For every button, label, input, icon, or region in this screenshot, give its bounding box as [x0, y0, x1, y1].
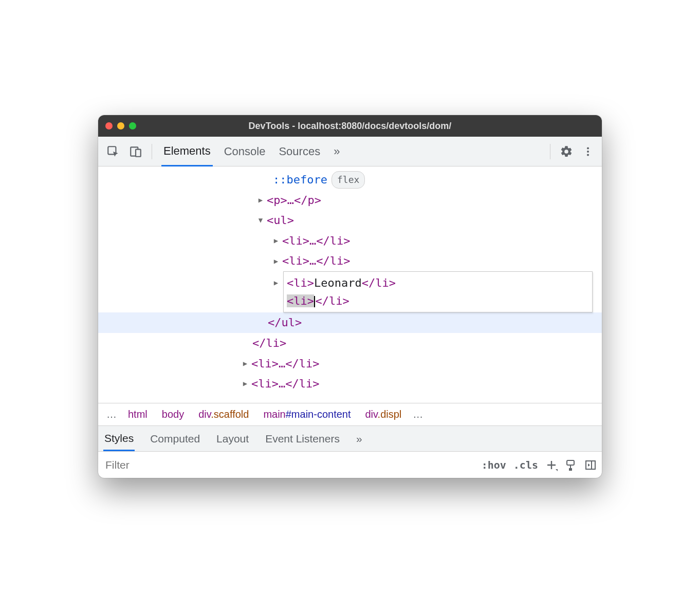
tab-sources[interactable]: Sources	[277, 138, 322, 165]
cls-toggle-button[interactable]: .cls	[513, 459, 538, 471]
zoom-window-button[interactable]	[129, 122, 136, 129]
dom-node-li[interactable]: ▶ <li>…</li>	[98, 251, 602, 271]
disclosure-triangle-icon[interactable]: ▶	[272, 255, 280, 268]
dom-node-pseudo-before[interactable]: ::before flex	[98, 170, 602, 190]
window-title: DevTools - localhost:8080/docs/devtools/…	[98, 121, 602, 132]
dom-node-li-close[interactable]: </li>	[98, 333, 602, 354]
tabs-overflow-button[interactable]: »	[331, 138, 342, 165]
dom-node-li-editing[interactable]: ▶ <li>Leonard</li> <li></li>	[98, 271, 602, 312]
main-toolbar: Elements Console Sources »	[98, 137, 602, 166]
new-style-rule-icon[interactable]	[545, 459, 558, 471]
tab-console[interactable]: Console	[222, 138, 268, 165]
svg-marker-8	[556, 469, 558, 471]
html-edit-box[interactable]: <li>Leonard</li> <li></li>	[283, 271, 593, 312]
toggle-computed-sidebar-icon[interactable]	[584, 459, 597, 471]
styles-panel-tabs: Styles Computed Layout Event Listeners »	[98, 425, 602, 451]
toolbar-divider	[550, 144, 550, 159]
disclosure-triangle-icon[interactable]: ▶	[256, 194, 265, 207]
inspect-element-icon[interactable]	[106, 145, 120, 158]
svg-rect-10	[569, 469, 572, 470]
breadcrumb-overflow-right[interactable]: …	[409, 409, 427, 420]
close-window-button[interactable]	[105, 122, 113, 129]
kebab-menu-icon[interactable]	[582, 145, 594, 158]
titlebar: DevTools - localhost:8080/docs/devtools/…	[98, 115, 602, 137]
styles-filter-row: :hov .cls	[98, 451, 602, 478]
device-toolbar-icon[interactable]	[129, 145, 142, 158]
styles-tab-computed[interactable]: Computed	[149, 428, 201, 450]
svg-rect-9	[567, 460, 574, 465]
toolbar-divider	[152, 144, 152, 159]
hov-toggle-button[interactable]: :hov	[482, 459, 506, 471]
dom-node-p[interactable]: ▶ <p>…</p>	[98, 190, 602, 211]
dom-tree-panel[interactable]: ::before flex ▶ <p>…</p> ▼ <ul> ▶ <li>…<…	[98, 166, 602, 403]
breadcrumb-item[interactable]: html	[121, 409, 155, 420]
styles-tabs-overflow[interactable]: »	[355, 428, 363, 450]
dom-node-li[interactable]: ▶ <li>…</li>	[98, 374, 602, 394]
breadcrumb-item[interactable]: div.displ	[358, 409, 409, 420]
disclosure-triangle-icon[interactable]: ▼	[256, 214, 265, 227]
breadcrumb-item[interactable]: div.scaffold	[191, 409, 256, 420]
breadcrumb-item[interactable]: main#main-content	[256, 409, 358, 420]
svg-point-5	[587, 154, 589, 156]
flex-badge[interactable]: flex	[331, 171, 365, 189]
styles-tab-event-listeners[interactable]: Event Listeners	[264, 428, 341, 450]
svg-rect-2	[136, 149, 141, 156]
dom-breadcrumb: … html body div.scaffold main#main-conte…	[98, 403, 602, 425]
styles-tab-styles[interactable]: Styles	[103, 427, 135, 451]
breadcrumb-overflow-left[interactable]: …	[102, 409, 121, 420]
settings-gear-icon[interactable]	[560, 145, 573, 158]
styles-filter-input[interactable]	[103, 456, 474, 474]
devtools-window: DevTools - localhost:8080/docs/devtools/…	[98, 115, 602, 478]
disclosure-triangle-icon[interactable]: ▶	[272, 276, 280, 289]
svg-point-4	[587, 150, 589, 152]
traffic-lights	[105, 122, 136, 129]
minimize-window-button[interactable]	[117, 122, 124, 129]
paint-flashing-icon[interactable]	[565, 459, 577, 471]
disclosure-triangle-icon[interactable]: ▶	[241, 357, 249, 370]
breadcrumb-item[interactable]: body	[155, 409, 191, 420]
disclosure-triangle-icon[interactable]: ▶	[272, 234, 280, 247]
styles-tab-layout[interactable]: Layout	[215, 428, 250, 450]
dom-node-li[interactable]: ▶ <li>…</li>	[98, 354, 602, 374]
svg-rect-11	[586, 461, 595, 469]
dom-node-ul-close[interactable]: </ul>	[98, 312, 602, 333]
pseudo-element-label: ::before	[273, 170, 327, 190]
tab-elements[interactable]: Elements	[161, 137, 213, 166]
svg-point-3	[587, 147, 589, 149]
dom-node-li[interactable]: ▶ <li>…</li>	[98, 231, 602, 251]
dom-node-ul-open[interactable]: ▼ <ul>	[98, 210, 602, 231]
disclosure-triangle-icon[interactable]: ▶	[241, 377, 249, 390]
